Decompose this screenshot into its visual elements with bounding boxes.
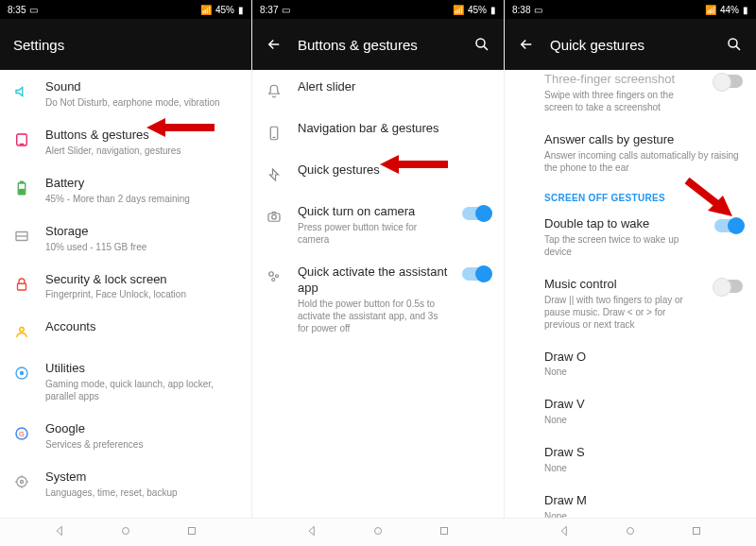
security-icon <box>11 274 32 295</box>
item-draw-m[interactable]: Draw MNone <box>505 484 756 518</box>
nav-recent-icon[interactable] <box>690 524 703 541</box>
item-quick-gestures[interactable]: Quick gestures <box>252 153 504 195</box>
header: Quick gestures <box>505 19 756 70</box>
assist-icon <box>264 266 284 287</box>
subtitle: 10% used - 115 GB free <box>45 241 238 253</box>
label: Alert slider <box>298 79 490 95</box>
nav-back-icon[interactable] <box>53 524 66 541</box>
item-accounts[interactable]: Accounts <box>0 310 251 351</box>
item-utilities[interactable]: UtilitiesGaming mode, quick launch, app … <box>0 351 251 412</box>
item-buttons-gestures[interactable]: Buttons & gesturesAlert Slider, navigati… <box>0 118 251 166</box>
item-quick-camera[interactable]: Quick turn on cameraPress power button t… <box>252 195 504 255</box>
section-screen-off: SCREEN OFF GESTURES <box>505 183 756 207</box>
buttons-icon <box>11 129 32 150</box>
svg-point-27 <box>272 215 277 220</box>
subtitle: Answer incoming calls automatically by r… <box>544 149 743 174</box>
item-music-control[interactable]: Music controlDraw || with two fingers to… <box>505 267 756 340</box>
label: Draw M <box>544 493 743 509</box>
nav-home-icon[interactable] <box>624 524 637 541</box>
svg-point-28 <box>269 272 274 277</box>
page-title: Buttons & gestures <box>298 37 458 53</box>
phone-buttons-gestures: 8:37▭ 📶45%▮ Buttons & gestures Alert sli… <box>251 0 504 518</box>
subtitle: Tap the screen twice to wake up device <box>544 233 701 258</box>
nav-home-icon[interactable] <box>119 524 132 541</box>
header: Settings <box>0 19 251 70</box>
msg-icon: ▭ <box>534 5 542 15</box>
subtitle: Gaming mode, quick launch, app locker, p… <box>45 378 238 402</box>
subtitle: None <box>544 462 743 474</box>
item-three-finger[interactable]: Three-finger screenshotSwipe with three … <box>505 70 756 123</box>
label: Navigation bar & gestures <box>298 121 490 137</box>
item-sound[interactable]: SoundDo Not Disturb, earphone mode, vibr… <box>0 70 251 118</box>
battery-text: 44% <box>720 5 739 15</box>
nav-back-icon[interactable] <box>305 524 318 541</box>
toggle-switch[interactable] <box>714 219 743 232</box>
label: Accounts <box>45 319 238 335</box>
back-button[interactable] <box>266 36 283 53</box>
item-about[interactable]: About phoneONEPLUS A6010 <box>0 508 251 518</box>
item-draw-v[interactable]: Draw VNone <box>505 387 756 435</box>
item-battery[interactable]: Battery45% - More than 2 days remaining <box>0 166 251 214</box>
subtitle: None <box>544 414 743 426</box>
item-draw-o[interactable]: Draw ONone <box>505 340 756 388</box>
svg-point-8 <box>20 328 25 333</box>
item-draw-s[interactable]: Draw SNone <box>505 435 756 484</box>
nav-recent-icon[interactable] <box>438 524 451 541</box>
item-google[interactable]: GGoogleServices & preferences <box>0 412 251 460</box>
toggle-switch[interactable] <box>462 207 490 220</box>
subtitle: Services & preferences <box>45 438 238 451</box>
status-time: 8:38 <box>512 5 530 15</box>
svg-rect-34 <box>189 527 196 534</box>
label: Battery <box>45 176 238 192</box>
battery-text: 45% <box>468 5 487 15</box>
gestures-list[interactable]: Three-finger screenshotSwipe with three … <box>505 70 756 518</box>
item-assistant[interactable]: Quick activate the assistant appHold the… <box>252 255 504 344</box>
item-alert-slider[interactable]: Alert slider <box>252 70 504 111</box>
subtitle: Alert Slider, navigation, gestures <box>45 145 238 157</box>
nav-home-icon[interactable] <box>371 524 385 541</box>
accounts-icon <box>11 321 32 342</box>
back-button[interactable] <box>518 36 535 53</box>
msg-icon: ▭ <box>282 5 290 15</box>
status-time: 8:37 <box>260 5 278 15</box>
page-title: Quick gestures <box>550 37 711 53</box>
status-time: 8:35 <box>8 5 26 15</box>
nav-recent-icon[interactable] <box>185 524 198 541</box>
label: Utilities <box>45 361 238 377</box>
msg-icon: ▭ <box>29 5 38 15</box>
buttons-list[interactable]: Alert slider Navigation bar & gestures Q… <box>252 70 504 518</box>
svg-point-13 <box>17 477 27 487</box>
camera-icon <box>264 206 284 227</box>
label: System <box>45 469 238 486</box>
label: Draw V <box>544 397 743 413</box>
item-double-tap[interactable]: Double tap to wakeTap the screen twice t… <box>505 207 756 267</box>
item-storage[interactable]: Storage10% used - 115 GB free <box>0 214 251 263</box>
svg-point-35 <box>374 527 381 534</box>
storage-icon <box>11 226 32 247</box>
toggle-switch[interactable] <box>462 267 490 281</box>
settings-list[interactable]: SoundDo Not Disturb, earphone mode, vibr… <box>0 70 251 518</box>
subtitle: 45% - More than 2 days remaining <box>45 193 238 205</box>
nav-back-icon[interactable] <box>558 524 571 541</box>
toggle-switch[interactable] <box>714 280 743 293</box>
svg-point-29 <box>276 275 279 278</box>
nav-icon <box>264 123 284 144</box>
google-icon: G <box>11 423 32 444</box>
svg-point-14 <box>21 481 24 484</box>
label: Buttons & gestures <box>45 128 238 144</box>
utilities-icon <box>11 363 32 384</box>
label: Google <box>45 421 238 437</box>
sound-icon <box>11 81 32 102</box>
search-button[interactable] <box>473 36 490 53</box>
battery-icon: ▮ <box>743 5 748 15</box>
item-answer-calls[interactable]: Answer calls by gestureAnswer incoming c… <box>505 123 756 183</box>
item-system[interactable]: SystemLanguages, time, reset, backup <box>0 460 251 508</box>
label: Security & lock screen <box>45 272 238 288</box>
label: Quick turn on camera <box>298 204 449 220</box>
item-navigation[interactable]: Navigation bar & gestures <box>252 111 504 153</box>
item-security[interactable]: Security & lock screenFingerprint, Face … <box>0 263 251 311</box>
search-button[interactable] <box>726 36 743 53</box>
svg-point-22 <box>476 39 485 47</box>
status-bar: 8:37▭ 📶45%▮ <box>252 0 504 19</box>
toggle-switch[interactable] <box>714 75 743 88</box>
